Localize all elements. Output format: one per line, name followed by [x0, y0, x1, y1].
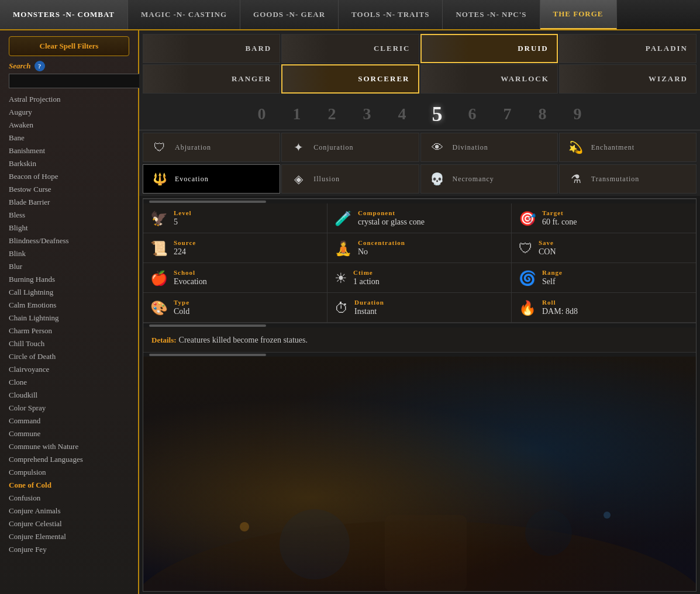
- school-btn-conjuration[interactable]: ✦Conjuration: [281, 133, 419, 162]
- duration-value: Instant: [354, 307, 384, 316]
- class-btn-sorcerer[interactable]: Sorcerer: [281, 64, 419, 94]
- duration-label: Duration: [354, 299, 384, 306]
- spell-item-circle-of-death[interactable]: Circle of Death: [0, 350, 138, 363]
- spell-item-blade-barrier[interactable]: Blade Barrier: [0, 196, 138, 209]
- school-btn-illusion[interactable]: ◈Illusion: [281, 164, 419, 194]
- level-btn-8[interactable]: 8: [534, 105, 551, 123]
- spell-item-color-spray[interactable]: Color Spray: [0, 402, 138, 415]
- school-label-divination: Divination: [453, 143, 488, 152]
- spell-item-burning-hands[interactable]: Burning Hands: [0, 273, 138, 286]
- level-btn-4[interactable]: 4: [394, 105, 411, 123]
- school-btn-evocation[interactable]: 🔱Evocation: [143, 164, 280, 194]
- class-btn-label-druid: Druid: [518, 44, 549, 53]
- spell-item-charm-person[interactable]: Charm Person: [0, 324, 138, 337]
- tab-tools[interactable]: Tools -n- Traits: [339, 0, 443, 29]
- source-icon: 📜: [150, 240, 168, 257]
- spell-item-call-lightning[interactable]: Call Lightning: [0, 286, 138, 299]
- spell-item-comprehend-languages[interactable]: Comprehend Languages: [0, 453, 138, 466]
- spell-item-confusion[interactable]: Confusion: [0, 492, 138, 505]
- spell-item-conjure-fey[interactable]: Conjure Fey: [0, 543, 138, 556]
- class-btn-paladin[interactable]: Paladin: [559, 34, 696, 63]
- tab-forge[interactable]: The Forge: [540, 0, 617, 29]
- clear-spell-filters-button[interactable]: Clear Spell Filters: [9, 36, 129, 56]
- divination-icon: 👁: [427, 137, 448, 158]
- class-btn-druid[interactable]: Druid: [420, 34, 558, 63]
- spell-item-command[interactable]: Command: [0, 415, 138, 427]
- school-label-necromancy: Necromancy: [453, 175, 494, 184]
- tab-notes[interactable]: Notes -n- Npc's: [443, 0, 540, 29]
- level-btn-2[interactable]: 2: [323, 105, 341, 123]
- level-btn-3[interactable]: 3: [358, 105, 376, 123]
- spell-item-beacon-of-hope[interactable]: Beacon of Hope: [0, 170, 138, 183]
- level-btn-7[interactable]: 7: [499, 105, 516, 123]
- spell-item-bestow-curse[interactable]: Bestow Curse: [0, 183, 138, 196]
- spell-item-cloudkill[interactable]: Cloudkill: [0, 389, 138, 402]
- spell-item-blink[interactable]: Blink: [0, 247, 138, 260]
- school-btn-transmutation[interactable]: ⚗Transmutation: [559, 164, 696, 194]
- level-btn-5[interactable]: 5: [429, 102, 446, 126]
- spell-item-bless[interactable]: Bless: [0, 209, 138, 222]
- class-btn-ranger[interactable]: Ranger: [143, 64, 280, 94]
- ctime-value: 1 action: [353, 277, 380, 286]
- class-btn-wizard[interactable]: Wizard: [559, 64, 696, 94]
- bottom-scrollbar[interactable]: [143, 352, 696, 357]
- svg-point-4: [240, 522, 249, 531]
- school-btn-divination[interactable]: 👁Divination: [420, 133, 558, 162]
- save-label: Save: [539, 239, 556, 246]
- school-btn-abjuration[interactable]: 🛡Abjuration: [143, 133, 280, 162]
- school-label: School: [174, 269, 207, 276]
- spell-item-commune-with-nature[interactable]: Commune with Nature: [0, 440, 138, 453]
- class-btn-cleric[interactable]: Cleric: [281, 34, 419, 63]
- class-btn-bg-ranger: [143, 65, 190, 93]
- source-value: 224: [174, 247, 196, 257]
- tab-monsters[interactable]: Monsters -n- Combat: [0, 0, 128, 29]
- school-icon: 🍎: [150, 270, 168, 286]
- spell-item-clone[interactable]: Clone: [0, 376, 138, 389]
- mid-scrollbar[interactable]: [143, 323, 696, 327]
- concentration-label: Concentration: [358, 239, 405, 246]
- spell-item-cone-of-cold[interactable]: Cone of Cold: [0, 479, 138, 492]
- spell-item-calm-emotions[interactable]: Calm Emotions: [0, 299, 138, 312]
- tab-magic[interactable]: Magic -n- Casting: [128, 0, 240, 29]
- spell-item-chill-touch[interactable]: Chill Touch: [0, 337, 138, 350]
- school-row-1: 🛡Abjuration✦Conjuration👁Divination💫Encha…: [139, 130, 700, 164]
- spell-item-blight[interactable]: Blight: [0, 222, 138, 234]
- detail-save: 🛡 Save CON: [512, 233, 696, 263]
- spell-item-conjure-elemental[interactable]: Conjure Elemental: [0, 530, 138, 543]
- school-btn-enchantment[interactable]: 💫Enchantment: [559, 133, 696, 162]
- spell-item-banishment[interactable]: Banishment: [0, 144, 138, 157]
- search-row: Search ?: [0, 60, 138, 74]
- spell-item-blur[interactable]: Blur: [0, 260, 138, 273]
- spell-item-barkskin[interactable]: Barkskin: [0, 157, 138, 170]
- spell-item-clairvoyance[interactable]: Clairvoyance: [0, 363, 138, 376]
- duration-icon: ⏱: [335, 300, 349, 316]
- spell-item-awaken[interactable]: Awaken: [0, 119, 138, 132]
- spell-item-conjure-animals[interactable]: Conjure Animals: [0, 505, 138, 517]
- spell-item-blindness/deafness[interactable]: Blindness/Deafness: [0, 234, 138, 247]
- tab-goods[interactable]: Goods -n- Gear: [240, 0, 339, 29]
- search-input[interactable]: [9, 74, 147, 88]
- spell-item-bane[interactable]: Bane: [0, 132, 138, 144]
- spell-item-astral-projection[interactable]: Astral Projection: [0, 93, 138, 106]
- level-btn-6[interactable]: 6: [464, 105, 481, 123]
- detail-concentration: 🧘 Concentration No: [327, 233, 512, 263]
- class-btn-label-ranger: Ranger: [232, 74, 271, 84]
- class-btn-bg-wizard: [560, 65, 606, 93]
- level-btn-0[interactable]: 0: [253, 105, 271, 123]
- spell-item-commune[interactable]: Commune: [0, 427, 138, 440]
- class-btn-bard[interactable]: Bard: [143, 34, 280, 63]
- class-btn-warlock[interactable]: Warlock: [420, 64, 558, 94]
- sidebar: Clear Spell Filters Search ? Astral Proj…: [0, 30, 139, 594]
- component-label: Component: [358, 209, 425, 216]
- spell-item-chain-lightning[interactable]: Chain Lightning: [0, 312, 138, 324]
- enchantment-icon: 💫: [565, 137, 587, 158]
- level-btn-9[interactable]: 9: [569, 105, 587, 123]
- school-btn-necromancy[interactable]: 💀Necromancy: [420, 164, 558, 194]
- help-icon[interactable]: ?: [35, 61, 45, 71]
- detail-target: 🎯 Target 60 ft. cone: [512, 203, 696, 233]
- top-scrollbar[interactable]: [143, 199, 696, 203]
- level-btn-1[interactable]: 1: [288, 105, 306, 123]
- spell-item-conjure-celestial[interactable]: Conjure Celestial: [0, 517, 138, 530]
- spell-item-augury[interactable]: Augury: [0, 106, 138, 119]
- spell-item-compulsion[interactable]: Compulsion: [0, 466, 138, 479]
